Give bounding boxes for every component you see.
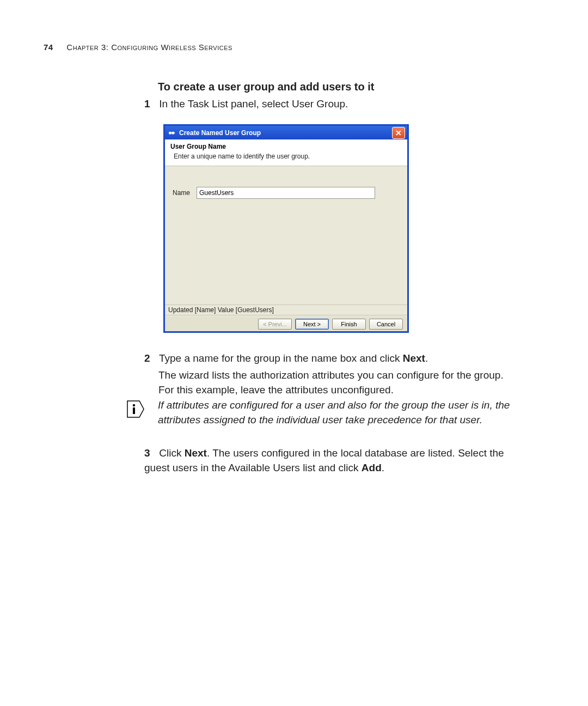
- name-input[interactable]: [197, 187, 375, 199]
- next-button[interactable]: Next >: [295, 319, 329, 330]
- dialog-status-bar: Updated [Name] Value [GuestUsers]: [165, 305, 407, 315]
- svg-marker-3: [127, 401, 144, 417]
- step-3: 3 Click Next. The users configured in th…: [144, 446, 514, 475]
- info-icon: [126, 400, 145, 418]
- step-text-a: Type a name for the group in the name bo…: [159, 352, 403, 364]
- dialog-header-panel: User Group Name Enter a unique name to i…: [165, 139, 407, 166]
- page-number: 74: [44, 42, 53, 52]
- create-user-group-dialog: Create Named User Group ✕ User Group Nam…: [163, 124, 409, 333]
- close-button[interactable]: ✕: [392, 127, 405, 139]
- app-icon: [168, 130, 176, 136]
- cancel-button[interactable]: Cancel: [369, 319, 403, 330]
- page-header: 74 Chapter 3: Configuring Wireless Servi…: [44, 42, 232, 52]
- step-text-b: .: [425, 352, 428, 364]
- dialog-header-subtitle: Enter a unique name to identify the user…: [174, 153, 402, 160]
- step-1: 1 In the Task List panel, select User Gr…: [144, 97, 348, 111]
- step-2: 2 Type a name for the group in the name …: [144, 351, 514, 397]
- step-text: In the Task List panel, select User Grou…: [159, 98, 348, 109]
- step-text-c: .: [382, 462, 384, 473]
- step-text-bold1: Next: [185, 447, 207, 459]
- document-page: 74 Chapter 3: Configuring Wireless Servi…: [0, 0, 588, 706]
- svg-rect-2: [169, 132, 175, 133]
- step-text-bold2: Add: [362, 462, 382, 473]
- info-note: If attributes are configured for a user …: [158, 398, 512, 427]
- svg-rect-5: [133, 407, 135, 414]
- dialog-header-title: User Group Name: [170, 143, 402, 150]
- dialog-title: Create Named User Group: [179, 129, 392, 137]
- step-text-a: Click: [159, 447, 184, 459]
- step-2-paragraph: The wizard lists the authorization attri…: [158, 368, 514, 397]
- chapter-title: Chapter 3: Configuring Wireless Services: [66, 42, 232, 52]
- dialog-button-bar: < Previ... Next > Finish Cancel: [165, 317, 407, 331]
- finish-button[interactable]: Finish: [332, 319, 366, 330]
- section-heading: To create a user group and add users to …: [158, 81, 375, 93]
- svg-point-4: [133, 404, 135, 406]
- name-field-label: Name: [173, 189, 190, 197]
- step-number: 2: [144, 351, 156, 366]
- previous-button: < Previ...: [258, 319, 292, 330]
- dialog-body: Name: [165, 166, 407, 293]
- name-field-row: Name: [173, 187, 400, 199]
- dialog-titlebar[interactable]: Create Named User Group ✕: [165, 126, 407, 139]
- step-number: 3: [144, 446, 156, 460]
- close-icon: ✕: [395, 129, 402, 137]
- step-text-bold: Next: [403, 352, 425, 364]
- step-number: 1: [144, 97, 156, 111]
